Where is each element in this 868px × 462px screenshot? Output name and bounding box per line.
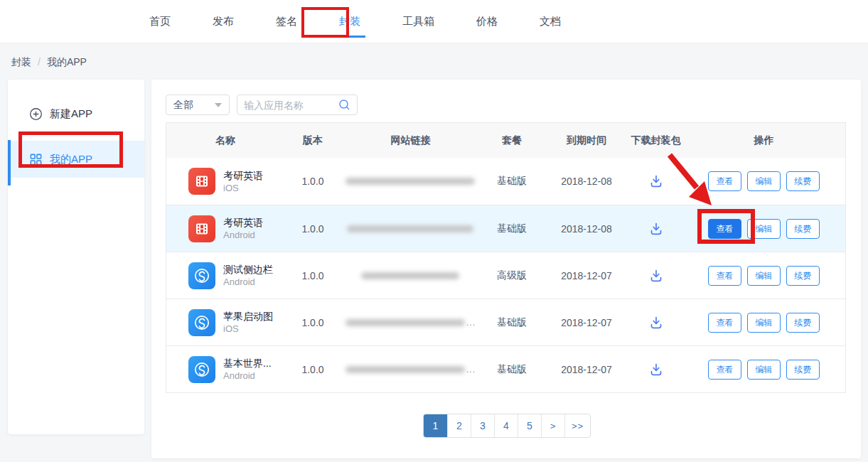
table-row: 考研英语 iOS 1.0.0 基础版 2018-12-08 查看 编辑 续费 — [166, 158, 845, 205]
page-4[interactable]: 4 — [494, 414, 518, 437]
nav-item-sign[interactable]: 签名 — [274, 12, 299, 31]
breadcrumb: 封装 / 我的APP — [11, 56, 87, 69]
plus-circle-icon — [29, 107, 43, 121]
app-version: 1.0.0 — [284, 364, 341, 375]
table-row: 测试侧边栏 Android 1.0.0 高级版 2018-12-07 查看 编辑… — [166, 252, 845, 299]
app-platform: Android — [223, 276, 273, 288]
app-expires: 2018-12-08 — [544, 223, 629, 235]
col-link: 网站链接 — [341, 134, 480, 147]
col-actions: 操作 — [682, 134, 845, 147]
app-name: 测试侧边栏 — [223, 263, 273, 276]
category-select[interactable]: 全部 — [166, 95, 230, 115]
blurred-link-bar — [345, 366, 465, 373]
view-button[interactable]: 查看 — [708, 171, 741, 191]
breadcrumb-parent[interactable]: 封装 — [11, 56, 31, 69]
nav-item-publish[interactable]: 发布 — [211, 12, 235, 31]
nav-item-home[interactable]: 首页 — [148, 12, 172, 31]
col-name: 名称 — [166, 134, 284, 147]
renew-button[interactable]: 续费 — [786, 360, 820, 380]
search-input[interactable] — [244, 100, 333, 111]
renew-button[interactable]: 续费 — [786, 219, 820, 239]
blurred-link-bar — [347, 225, 473, 232]
sidebar-item-label: 新建APP — [50, 107, 92, 121]
renew-button[interactable]: 续费 — [786, 266, 820, 286]
view-button[interactable]: 查看 — [708, 266, 741, 286]
table-header: 名称 版本 网站链接 套餐 到期时间 下载封装包 操作 — [166, 123, 845, 158]
col-expires: 到期时间 — [544, 134, 629, 147]
app-version: 1.0.0 — [284, 223, 341, 235]
pagination: 1 2 3 4 5 > >> — [423, 414, 591, 438]
edit-button[interactable]: 编辑 — [747, 171, 781, 191]
edit-button[interactable]: 编辑 — [747, 360, 781, 380]
breadcrumb-separator: / — [38, 56, 41, 69]
app-platform: iOS — [223, 182, 263, 194]
view-button[interactable]: 查看 — [708, 219, 741, 239]
app-version: 1.0.0 — [284, 270, 341, 281]
edit-button[interactable]: 编辑 — [747, 313, 781, 333]
app-name: 考研英语 — [223, 169, 263, 182]
chevron-down-icon — [215, 103, 222, 107]
app-link-blurred — [341, 225, 480, 232]
download-icon[interactable] — [648, 173, 664, 189]
film-icon — [188, 168, 215, 195]
s-logo-icon — [188, 262, 215, 289]
download-icon[interactable] — [648, 221, 664, 237]
app-link-blurred — [341, 178, 480, 185]
app-version: 1.0.0 — [284, 176, 341, 187]
blurred-link-bar — [345, 319, 465, 326]
download-icon[interactable] — [648, 268, 664, 284]
page-3[interactable]: 3 — [471, 414, 494, 437]
category-select-value: 全部 — [173, 99, 193, 112]
nav-item-docs[interactable]: 文档 — [538, 12, 562, 31]
edit-button[interactable]: 编辑 — [747, 266, 781, 286]
app-name: 苹果启动图 — [223, 310, 273, 323]
edit-button[interactable]: 编辑 — [747, 219, 781, 239]
app-plan: 基础版 — [480, 175, 544, 188]
blurred-link-bar — [361, 272, 459, 279]
nav-item-price[interactable]: 价格 — [475, 12, 499, 31]
table-row: 考研英语 Android 1.0.0 基础版 2018-12-08 查看 编辑 … — [166, 205, 845, 252]
sidebar-item-label: 我的APP — [50, 153, 92, 166]
download-icon[interactable] — [648, 362, 664, 377]
last-page-button[interactable]: >> — [564, 414, 590, 437]
nav-item-toolbox[interactable]: 工具箱 — [401, 12, 436, 31]
renew-button[interactable]: 续费 — [786, 171, 820, 191]
renew-button[interactable]: 续费 — [786, 313, 820, 333]
app-platform: Android — [223, 229, 263, 241]
blurred-link-bar — [345, 178, 475, 185]
app-link-blurred: ... — [341, 318, 480, 328]
film-icon — [188, 215, 215, 242]
main-panel: 全部 名称 版本 网站链接 套餐 到期时间 下载封装包 操作 — [151, 80, 861, 458]
next-page-button[interactable]: > — [541, 414, 564, 437]
app-name: 基本世界... — [223, 357, 272, 370]
sidebar: 新建APP 我的APP — [8, 80, 144, 434]
app-link-blurred — [341, 272, 480, 279]
table-row: 苹果启动图 iOS 1.0.0 ... 基础版 2018-12-07 查看 编辑… — [166, 299, 845, 345]
app-plan: 高级版 — [480, 269, 544, 282]
download-icon[interactable] — [648, 315, 664, 331]
app-name: 考研英语 — [223, 216, 263, 229]
page-5[interactable]: 5 — [518, 414, 541, 437]
view-button[interactable]: 查看 — [708, 360, 741, 380]
col-download: 下载封装包 — [629, 134, 682, 147]
top-header: 首页 发布 签名 封装 工具箱 价格 文档 — [0, 0, 868, 43]
app-expires: 2018-12-07 — [544, 270, 629, 281]
app-platform: iOS — [223, 323, 273, 335]
search-icon[interactable] — [338, 99, 350, 111]
filter-bar: 全部 — [166, 95, 358, 115]
page-2[interactable]: 2 — [447, 414, 471, 437]
apps-table: 名称 版本 网站链接 套餐 到期时间 下载封装包 操作 考研英语 iOS 1.0… — [166, 122, 846, 393]
view-button[interactable]: 查看 — [708, 313, 741, 333]
app-expires: 2018-12-07 — [544, 317, 629, 328]
sidebar-item-my-app[interactable]: 我的APP — [8, 141, 144, 178]
app-plan: 基础版 — [480, 222, 544, 235]
nav-item-package[interactable]: 封装 — [338, 12, 362, 31]
grid-icon — [29, 153, 43, 166]
app-platform: Android — [223, 370, 272, 382]
sidebar-item-new-app[interactable]: 新建APP — [8, 95, 144, 132]
page-1[interactable]: 1 — [424, 414, 447, 437]
search-box — [237, 95, 358, 115]
breadcrumb-current: 我的APP — [47, 56, 87, 69]
app-plan: 基础版 — [480, 316, 544, 329]
app-expires: 2018-12-08 — [544, 176, 629, 187]
